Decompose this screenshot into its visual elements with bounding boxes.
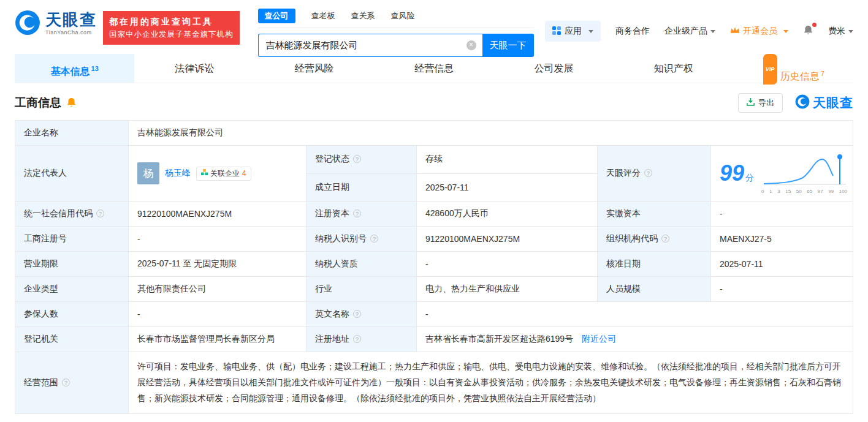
vip-badge: VIP xyxy=(763,54,778,85)
field-value-business-term: 2025-07-11 至 无固定期限 xyxy=(129,252,306,277)
field-label-reg-status: 登记状态 xyxy=(306,146,417,174)
table-row: 统一社会信用代码 91220100MAENXJ275M 注册资本 428600万… xyxy=(15,202,853,227)
field-value-credit-code: 91220100MAENXJ275M xyxy=(129,202,306,227)
search-tab-relation[interactable]: 查关系 xyxy=(351,10,375,21)
field-label-reg-address: 注册地址 xyxy=(306,327,417,352)
section-header: 工商信息 导出 天眼查 xyxy=(15,93,853,113)
help-icon[interactable] xyxy=(62,379,70,386)
related-companies-tag[interactable]: 关联企业 4 xyxy=(196,167,251,181)
field-value-org-code: MAENXJ27-5 xyxy=(711,227,853,252)
clear-search-icon[interactable] xyxy=(466,40,476,50)
field-value-paid-capital: - xyxy=(711,202,853,227)
bell-icon xyxy=(803,25,813,38)
tianyancha-logo-icon xyxy=(795,94,810,112)
header-nav: 应用 商务合作 企业级产品 开通会员 费米 xyxy=(545,7,853,42)
chevron-down-icon xyxy=(848,30,853,33)
field-value-approve-date: 2025-07-11 xyxy=(711,252,853,277)
search-tab-boss[interactable]: 查老板 xyxy=(311,10,335,21)
table-row: 登记机关 长春市市场监督管理局长春新区分局 注册地址 吉林省长春市高新开发区超达… xyxy=(15,327,853,352)
tab-company-development[interactable]: 公司发展 xyxy=(494,54,614,83)
field-label-taxpayer-id: 纳税人识别号 xyxy=(306,227,417,252)
tianyancha-logo[interactable]: 天眼查 TianYanCha.com xyxy=(15,10,97,37)
help-icon[interactable] xyxy=(353,310,361,318)
user-menu[interactable]: 费米 xyxy=(828,26,853,37)
section-title: 工商信息 xyxy=(15,95,61,111)
enterprise-products-menu[interactable]: 企业级产品 xyxy=(664,26,715,37)
slogan-line2: 国家中小企业发展子基金旗下机构 xyxy=(109,29,234,40)
chevron-down-icon xyxy=(710,30,715,33)
tab-history-info[interactable]: VIP 历史信息7 xyxy=(734,54,853,83)
notifications-bell[interactable] xyxy=(803,25,813,38)
field-value-english-name: - xyxy=(417,302,853,327)
field-label-company-name: 企业名称 xyxy=(15,121,129,146)
help-icon[interactable] xyxy=(644,169,652,177)
field-value-reg-status: 存续 xyxy=(417,146,598,174)
apps-label: 应用 xyxy=(565,26,582,37)
help-icon[interactable] xyxy=(370,235,378,243)
table-row: 法定代表人 杨 杨玉峰 关联企业 4 登记状态 存续 天眼评分 xyxy=(15,146,853,174)
help-icon[interactable] xyxy=(353,335,361,343)
field-value-legal-rep: 杨 杨玉峰 关联企业 4 xyxy=(129,146,306,202)
help-icon[interactable] xyxy=(661,235,669,243)
crown-icon xyxy=(730,26,740,36)
table-row: 工商注册号 - 纳税人识别号 91220100MAENXJ275M 组织机构代码… xyxy=(15,227,853,252)
field-label-english-name: 英文名称 xyxy=(306,302,417,327)
tab-operating-info[interactable]: 经营信息 xyxy=(374,54,493,83)
tianyancha-logo-icon xyxy=(15,10,40,37)
brand-domain: TianYanCha.com xyxy=(45,30,97,36)
subscribe-bell-icon[interactable] xyxy=(66,97,77,108)
business-cooperation-link[interactable]: 商务合作 xyxy=(615,26,650,37)
tab-basic-info[interactable]: 基本信息13 xyxy=(15,54,134,83)
field-label-reg-capital: 注册资本 xyxy=(306,202,417,227)
field-label-business-scope: 经营范围 xyxy=(15,352,129,414)
field-label-company-type: 企业类型 xyxy=(15,277,129,302)
tab-legal-proceedings[interactable]: 法律诉讼 xyxy=(134,54,254,83)
tab-intellectual-property[interactable]: 知识产权 xyxy=(614,54,733,83)
tab-operating-risk[interactable]: 经营风险 xyxy=(254,54,374,83)
field-value-company-name: 吉林能源发展有限公司 xyxy=(129,121,853,146)
field-label-org-code: 组织机构代码 xyxy=(598,227,711,252)
help-icon[interactable] xyxy=(353,155,361,163)
apps-grid-icon xyxy=(552,26,561,37)
table-row: 企业名称 吉林能源发展有限公司 xyxy=(15,121,853,146)
related-companies-icon xyxy=(201,169,208,178)
username: 费米 xyxy=(828,26,845,36)
search-tab-risk[interactable]: 查风险 xyxy=(391,10,415,21)
export-button[interactable]: 导出 xyxy=(738,93,783,113)
help-icon[interactable] xyxy=(96,209,104,217)
search-tab-company[interactable]: 查公司 xyxy=(258,9,295,23)
field-label-insured-count: 参保人数 xyxy=(15,302,129,327)
search-area: 查公司 查老板 查关系 查风险 天眼一下 xyxy=(258,7,534,57)
brand-name: 天眼查 xyxy=(45,12,97,28)
field-label-legal-rep: 法定代表人 xyxy=(15,146,129,202)
legal-rep-avatar[interactable]: 杨 xyxy=(137,162,159,184)
field-label-industry: 行业 xyxy=(306,277,417,302)
business-info-table: 企业名称 吉林能源发展有限公司 法定代表人 杨 杨玉峰 关联企业 4 登记状态 … xyxy=(15,120,853,414)
tab-count: 13 xyxy=(91,65,99,72)
chevron-down-icon xyxy=(783,30,788,33)
field-label-score: 天眼评分 xyxy=(598,146,711,202)
field-value-reg-address: 吉林省长春市高新开发区超达路6199号 附近公司 xyxy=(417,327,853,352)
search-input[interactable] xyxy=(265,40,466,51)
field-value-establish-date: 2025-07-11 xyxy=(417,173,598,202)
field-label-business-term: 营业期限 xyxy=(15,252,129,277)
field-value-reg-authority: 长春市市场监督管理局长春新区分局 xyxy=(129,327,306,352)
table-row: 经营范围 许可项目：发电业务、输电业务、供（配）电业务；建设工程施工；热力生产和… xyxy=(15,352,853,414)
apps-menu[interactable]: 应用 xyxy=(545,21,601,42)
related-companies-count: 4 xyxy=(242,169,246,178)
field-label-credit-code: 统一社会信用代码 xyxy=(15,202,129,227)
slogan-line1: 都在用的商业查询工具 xyxy=(109,15,234,29)
field-value-industry: 电力、热力生产和供应业 xyxy=(417,277,598,302)
field-value-taxpayer-quality: - xyxy=(417,252,598,277)
field-label-taxpayer-quality: 纳税人资质 xyxy=(306,252,417,277)
nearby-companies-link[interactable]: 附近公司 xyxy=(582,334,616,344)
field-value-reg-capital: 428600万人民币 xyxy=(417,202,598,227)
score-chart: 0131550659799100 xyxy=(761,153,847,194)
help-icon[interactable] xyxy=(353,209,361,217)
field-label-paid-capital: 实缴资本 xyxy=(598,202,711,227)
legal-rep-name-link[interactable]: 杨玉峰 xyxy=(165,168,191,179)
score-number: 99 xyxy=(720,160,744,186)
export-icon xyxy=(747,98,755,108)
company-detail-tabs: 基本信息13 法律诉讼 经营风险 经营信息 公司发展 知识产权 VIP 历史信息… xyxy=(15,54,853,83)
open-vip-menu[interactable]: 开通会员 xyxy=(730,26,788,37)
